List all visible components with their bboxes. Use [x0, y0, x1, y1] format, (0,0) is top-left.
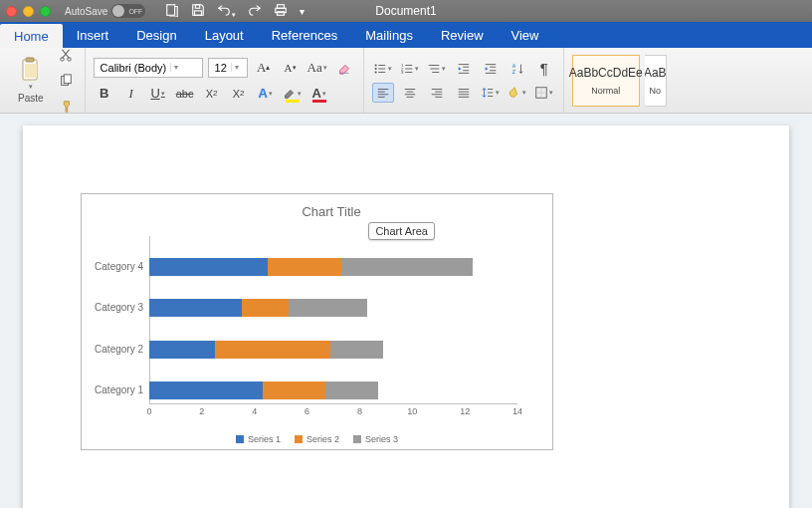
cut-button[interactable]	[55, 44, 77, 66]
clear-formatting-button[interactable]	[333, 57, 355, 79]
numbering-button[interactable]: 123▾	[399, 59, 421, 79]
line-spacing-button[interactable]: ▾	[480, 83, 502, 103]
legend-item[interactable]: Series 3	[353, 434, 398, 444]
chart-plot-area[interactable]: Category 4Category 3Category 2Category 1	[149, 236, 517, 405]
bar-segment[interactable]	[263, 381, 325, 399]
home-icon[interactable]	[165, 3, 179, 19]
increase-indent-button[interactable]	[480, 59, 502, 79]
svg-text:3: 3	[401, 70, 404, 75]
legend-item[interactable]: Series 2	[295, 434, 339, 444]
bar-segment[interactable]	[149, 299, 242, 317]
tab-layout[interactable]: Layout	[191, 22, 258, 48]
change-case-button[interactable]: Aa▾	[306, 57, 328, 79]
copy-button[interactable]	[55, 70, 77, 92]
sort-button[interactable]: AZ	[507, 59, 528, 79]
qat-overflow-icon[interactable]: ▾	[300, 6, 304, 17]
clipboard-icon	[20, 57, 42, 83]
x-tick: 12	[460, 406, 470, 416]
save-icon[interactable]	[191, 3, 205, 19]
print-icon[interactable]	[274, 3, 288, 19]
chevron-down-icon[interactable]: ▾	[29, 83, 33, 91]
grow-font-button[interactable]: A▴	[253, 57, 275, 79]
chart-title[interactable]: Chart Title	[147, 204, 515, 219]
text-effects-button[interactable]: A▾	[255, 83, 277, 105]
bar-row[interactable]: Category 1	[149, 381, 378, 399]
italic-button[interactable]: I	[120, 83, 142, 105]
tab-references[interactable]: References	[258, 22, 351, 48]
borders-button[interactable]: ▾	[533, 83, 555, 103]
svg-rect-1	[196, 5, 200, 9]
bar-row[interactable]: Category 2	[149, 341, 383, 359]
mac-titlebar: AutoSave OFF ▾ ▾ Document1	[0, 0, 812, 22]
autosave-pill[interactable]: OFF	[111, 4, 145, 18]
bar-segment[interactable]	[268, 258, 341, 276]
bar-segment[interactable]	[149, 258, 268, 276]
x-tick: 0	[146, 406, 151, 416]
bold-button[interactable]: B	[94, 83, 115, 105]
align-left-button[interactable]	[372, 83, 394, 103]
category-label: Category 2	[95, 344, 143, 355]
shrink-font-button[interactable]: A▾	[280, 57, 302, 79]
font-family-combo[interactable]: Calibri (Body)▾	[94, 58, 203, 78]
chart-object[interactable]: Chart Title Chart Area Category 4Categor…	[81, 193, 553, 450]
multilevel-list-button[interactable]: ▾	[426, 59, 448, 79]
x-tick: 6	[304, 406, 309, 416]
svg-rect-7	[26, 58, 34, 62]
tab-mailings[interactable]: Mailings	[351, 22, 427, 48]
page[interactable]: Chart Title Chart Area Category 4Categor…	[23, 126, 789, 508]
window-controls	[6, 6, 51, 17]
legend-label: Series 3	[365, 434, 398, 444]
tab-review[interactable]: Review	[427, 22, 498, 48]
zoom-window-icon[interactable]	[40, 6, 51, 17]
bar-segment[interactable]	[289, 299, 367, 317]
bar-segment[interactable]	[215, 341, 330, 359]
chevron-down-icon[interactable]: ▾	[232, 11, 236, 18]
style-nospacing[interactable]: AaB No	[645, 55, 667, 107]
align-right-button[interactable]	[426, 83, 448, 103]
paste-button[interactable]: ▾ Paste	[12, 44, 50, 118]
bar-row[interactable]: Category 4	[149, 258, 473, 276]
bullets-button[interactable]: ▾	[372, 59, 394, 79]
legend-item[interactable]: Series 1	[236, 434, 281, 444]
document-area[interactable]: Chart Title Chart Area Category 4Categor…	[0, 114, 812, 508]
minimize-window-icon[interactable]	[23, 6, 34, 17]
strikethrough-button[interactable]: abc	[174, 83, 196, 105]
autosave-label: AutoSave	[65, 6, 107, 17]
tab-view[interactable]: View	[498, 22, 553, 48]
x-tick: 10	[407, 406, 417, 416]
format-painter-button[interactable]	[55, 96, 77, 118]
autosave-toggle[interactable]: AutoSave OFF	[65, 4, 145, 18]
style-normal[interactable]: AaBbCcDdEe Normal	[572, 55, 640, 107]
subscript-button[interactable]: X2	[201, 83, 223, 105]
bar-row[interactable]: Category 3	[149, 299, 367, 317]
svg-point-14	[375, 67, 377, 69]
bar-segment[interactable]	[330, 341, 383, 359]
font-size-combo[interactable]: 12▾	[208, 58, 248, 78]
align-center-button[interactable]	[399, 83, 421, 103]
bar-segment[interactable]	[149, 341, 215, 359]
highlight-button[interactable]: ▾	[282, 83, 304, 105]
underline-button[interactable]: U▾	[147, 83, 169, 105]
ribbon-tabs: Home Insert Design Layout References Mai…	[0, 22, 812, 48]
close-window-icon[interactable]	[6, 6, 17, 17]
tab-design[interactable]: Design	[122, 22, 190, 48]
legend-swatch	[236, 435, 244, 443]
show-marks-button[interactable]: ¶	[533, 59, 555, 79]
chevron-down-icon[interactable]: ▾	[231, 63, 239, 72]
bar-segment[interactable]	[341, 258, 473, 276]
chart-legend[interactable]: Series 1Series 2Series 3	[82, 434, 552, 444]
superscript-button[interactable]: X2	[228, 83, 250, 105]
redo-icon[interactable]	[248, 3, 262, 19]
bar-segment[interactable]	[325, 381, 378, 399]
chevron-down-icon[interactable]: ▾	[170, 63, 178, 72]
justify-button[interactable]	[453, 83, 475, 103]
svg-rect-8	[25, 64, 37, 78]
undo-icon[interactable]: ▾	[217, 3, 236, 19]
font-color-button[interactable]: A▾	[308, 83, 330, 105]
x-tick: 14	[512, 406, 522, 416]
x-tick: 8	[357, 406, 362, 416]
shading-button[interactable]: ▾	[507, 83, 528, 103]
decrease-indent-button[interactable]	[453, 59, 475, 79]
bar-segment[interactable]	[149, 381, 263, 399]
bar-segment[interactable]	[242, 299, 290, 317]
